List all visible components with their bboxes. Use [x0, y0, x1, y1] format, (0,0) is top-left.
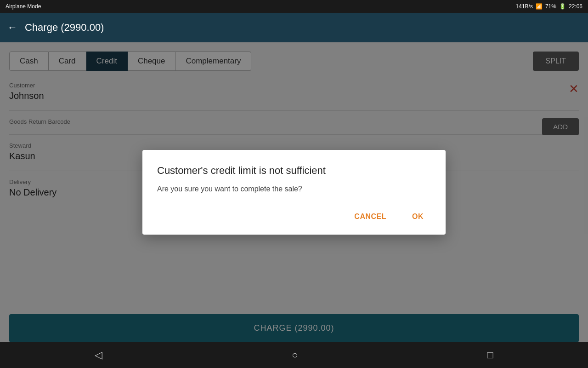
airplane-mode-label: Airplane Mode — [6, 3, 41, 10]
app-bar: ← Charge (2990.00) — [0, 13, 588, 42]
nav-recent-icon[interactable]: □ — [487, 349, 493, 361]
page-title: Charge (2990.00) — [25, 22, 104, 34]
dialog-message: Are you sure you want to complete the sa… — [157, 185, 431, 193]
nav-bar: ◁ ○ □ — [0, 342, 588, 368]
cancel-button[interactable]: CANCEL — [347, 208, 394, 225]
network-speed: 141B/s — [516, 3, 533, 10]
nav-home-icon[interactable]: ○ — [292, 349, 298, 361]
main-content: Cash Card Credit Cheque Complementary SP… — [0, 42, 588, 342]
battery-icon: 🔋 — [559, 3, 566, 10]
credit-limit-dialog: Customer's credit limit is not sufficien… — [142, 150, 446, 235]
dialog-actions: CANCEL OK — [157, 208, 431, 225]
nav-back-icon[interactable]: ◁ — [95, 349, 102, 361]
battery-level: 71% — [545, 3, 556, 10]
clock: 22:06 — [569, 3, 582, 10]
status-bar: Airplane Mode 141B/s 📶 71% 🔋 22:06 — [0, 0, 588, 13]
dialog-title: Customer's credit limit is not sufficien… — [157, 165, 431, 177]
back-button[interactable]: ← — [7, 22, 17, 34]
ok-button[interactable]: OK — [405, 208, 431, 225]
wifi-icon: 📶 — [536, 3, 543, 10]
